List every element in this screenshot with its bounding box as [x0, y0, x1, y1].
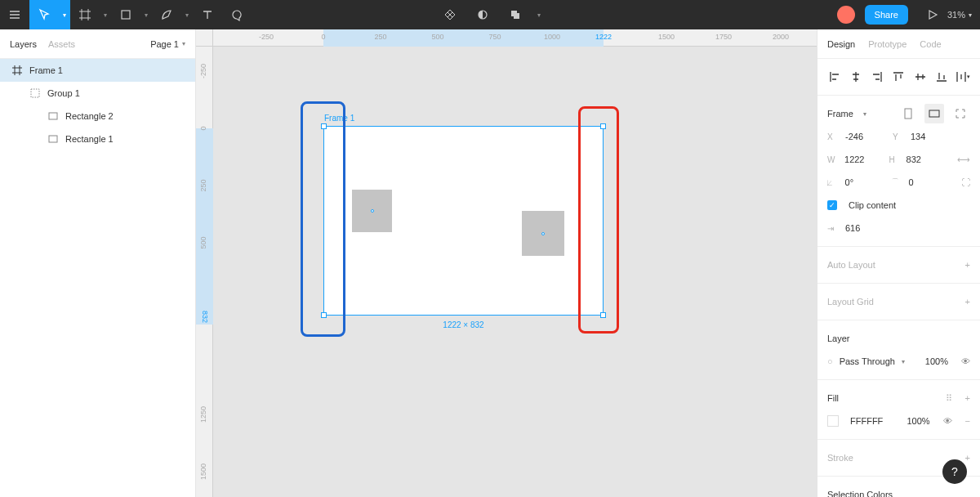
align-left-icon[interactable]	[827, 67, 842, 87]
red-annotation-box	[578, 106, 619, 334]
rotation-input[interactable]: 0°	[845, 177, 884, 187]
layers-tab[interactable]: Layers	[10, 39, 37, 49]
rotation-icon: ⟀	[827, 178, 839, 187]
layer-opacity-input[interactable]: 100%	[925, 356, 948, 366]
rectangle-1-on-canvas[interactable]	[352, 190, 392, 232]
canvas[interactable]: -250 0 250 500 750 1000 1222 1500 1750 2…	[196, 29, 817, 497]
blend-mode-dropdown[interactable]: Pass Through	[840, 356, 895, 366]
pen-tool-chevron[interactable]: ▾	[181, 11, 193, 19]
page-selector[interactable]: Page 1▾	[150, 39, 185, 49]
boolean-tool[interactable]	[501, 0, 530, 29]
blue-annotation-box	[301, 101, 345, 337]
comment-tool[interactable]	[222, 0, 252, 29]
add-stroke-button[interactable]: +	[965, 453, 970, 463]
frame-type-dropdown[interactable]: Frame	[827, 109, 853, 119]
layers-panel: Layers Assets Page 1▾ Frame 1 Group 1 Re…	[0, 29, 196, 497]
share-button[interactable]: Share	[865, 5, 908, 25]
move-tool[interactable]	[29, 0, 59, 29]
layer-rectangle-1[interactable]: Rectangle 1	[0, 128, 195, 150]
inspector-panel: Design Prototype Code ▾ Frame▾	[817, 29, 980, 497]
h-input[interactable]: 832	[906, 154, 944, 164]
clip-content-checkbox[interactable]: ✓	[827, 200, 837, 210]
clip-content-label: Clip content	[849, 200, 896, 210]
zoom-value: 31%	[947, 10, 965, 20]
move-tool-chevron[interactable]: ▾	[59, 0, 70, 29]
component-tool[interactable]	[435, 0, 465, 29]
layer-rectangle-2[interactable]: Rectangle 2	[0, 105, 195, 128]
fill-style-icon[interactable]: ⠿	[946, 393, 952, 404]
blend-mode-icon: ○	[827, 356, 833, 366]
rectangle-icon	[47, 111, 59, 121]
avatar[interactable]	[837, 6, 855, 24]
top-toolbar: ▾ ▾ ▾ ▾ ▾ Share 31%▾	[0, 0, 980, 29]
fill-section: Fill⠿+ FFFFFF 100% 👁 −	[817, 380, 980, 440]
shape-tool[interactable]	[111, 0, 140, 29]
text-tool[interactable]	[193, 0, 222, 29]
transform-section: Frame▾ X-246Y134 W1222H832⟷ ⟀0°⌒0⛶ ✓Clip…	[817, 96, 980, 247]
frame-dimensions: 1222 × 832	[443, 320, 483, 329]
boolean-tool-chevron[interactable]: ▾	[533, 0, 545, 29]
resize-landscape-icon[interactable]	[924, 104, 944, 123]
fill-opacity-input[interactable]: 100%	[906, 416, 929, 426]
y-input[interactable]: 134	[911, 132, 951, 141]
rectangle-icon	[47, 134, 59, 144]
layer-group-1[interactable]: Group 1	[0, 82, 195, 105]
align-top-icon[interactable]	[891, 67, 906, 87]
toolbar-center: ▾	[435, 0, 545, 29]
group-icon	[29, 88, 41, 98]
layer-label: Rectangle 1	[65, 134, 114, 144]
code-tab[interactable]: Code	[920, 39, 941, 49]
help-button[interactable]: ?	[942, 459, 967, 484]
fill-swatch[interactable]	[827, 415, 839, 427]
fill-hex-input[interactable]: FFFFFF	[850, 416, 883, 426]
x-input[interactable]: -246	[845, 132, 886, 141]
rectangle-2-on-canvas[interactable]	[522, 211, 564, 256]
layer-label: Rectangle 2	[65, 111, 114, 121]
assets-tab[interactable]: Assets	[48, 39, 75, 49]
ruler-corner	[196, 29, 213, 47]
add-auto-layout-button[interactable]: +	[965, 260, 970, 270]
independent-corners-icon[interactable]: ⛶	[961, 177, 970, 187]
svg-rect-6	[49, 136, 57, 142]
design-tab[interactable]: Design	[827, 39, 855, 49]
pen-tool[interactable]	[152, 0, 181, 29]
svg-rect-4	[31, 89, 39, 97]
layer-section: Layer ○ Pass Through▾ 100% 👁	[817, 320, 980, 380]
layer-label: Group 1	[47, 88, 80, 98]
align-vcenter-icon[interactable]	[913, 67, 928, 87]
ruler-horizontal: -250 0 250 500 750 1000 1222 1500 1750 2…	[213, 29, 817, 47]
present-button[interactable]	[918, 0, 947, 29]
link-wh-icon[interactable]: ⟷	[957, 154, 970, 165]
layer-visibility-icon[interactable]: 👁	[961, 356, 970, 366]
frame-tool[interactable]	[70, 0, 100, 29]
fill-visibility-icon[interactable]: 👁	[943, 416, 952, 426]
align-section: ▾	[817, 59, 980, 96]
align-hcenter-icon[interactable]	[849, 67, 863, 87]
resize-fit-icon[interactable]	[951, 104, 970, 123]
shape-tool-chevron[interactable]: ▾	[140, 11, 152, 19]
frame-tool-chevron[interactable]: ▾	[100, 11, 111, 19]
frame-icon	[11, 65, 23, 75]
layer-frame-1[interactable]: Frame 1	[0, 59, 195, 82]
remove-fill-button[interactable]: −	[965, 416, 970, 426]
svg-rect-3	[514, 13, 519, 19]
mask-tool[interactable]	[468, 0, 497, 29]
radius-input[interactable]: 0	[909, 177, 948, 187]
svg-rect-7	[905, 109, 911, 119]
align-right-icon[interactable]	[870, 67, 884, 87]
prototype-tab[interactable]: Prototype	[868, 39, 906, 49]
constraint-input[interactable]: 616	[845, 223, 886, 233]
distribute-icon[interactable]: ▾	[956, 67, 970, 87]
zoom-dropdown[interactable]: 31%▾	[947, 10, 972, 20]
menu-button[interactable]	[0, 0, 29, 29]
resize-portrait-icon[interactable]	[898, 104, 918, 123]
add-fill-button[interactable]: +	[965, 393, 970, 403]
layer-label: Frame 1	[29, 65, 63, 75]
svg-rect-0	[122, 11, 130, 19]
align-bottom-icon[interactable]	[934, 67, 949, 87]
w-input[interactable]: 1222	[844, 154, 882, 164]
layout-grid-section: Layout Grid+	[817, 284, 980, 320]
auto-layout-section: Auto Layout+	[817, 247, 980, 284]
ruler-selection-tag: 832	[196, 310, 213, 325]
add-layout-grid-button[interactable]: +	[965, 297, 970, 307]
